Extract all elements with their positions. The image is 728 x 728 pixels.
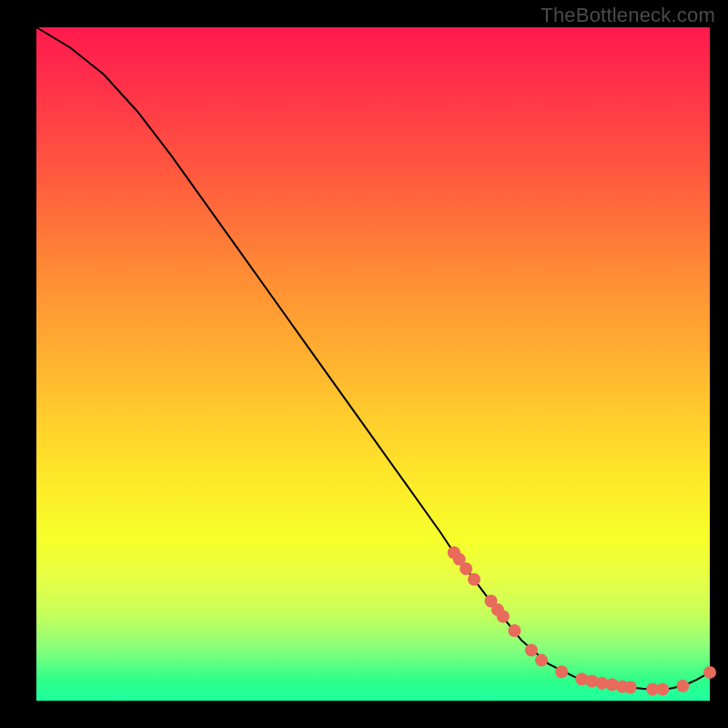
curve-marker bbox=[624, 681, 637, 693]
curve-marker bbox=[676, 680, 689, 693]
chart-frame: TheBottleneck.com bbox=[0, 0, 728, 728]
curve-marker bbox=[535, 654, 548, 667]
plot-area bbox=[36, 27, 710, 701]
curve-marker bbox=[525, 644, 538, 657]
curve-marker bbox=[460, 562, 472, 575]
bottleneck-curve bbox=[36, 27, 710, 689]
watermark-text: TheBottleneck.com bbox=[541, 4, 715, 27]
curve-marker bbox=[703, 666, 716, 679]
chart-svg bbox=[36, 27, 710, 701]
curve-marker bbox=[555, 665, 568, 678]
curve-marker bbox=[656, 682, 669, 695]
curve-marker bbox=[497, 611, 510, 623]
curve-markers bbox=[448, 546, 716, 695]
curve-marker bbox=[468, 573, 480, 586]
curve-marker bbox=[508, 624, 521, 637]
